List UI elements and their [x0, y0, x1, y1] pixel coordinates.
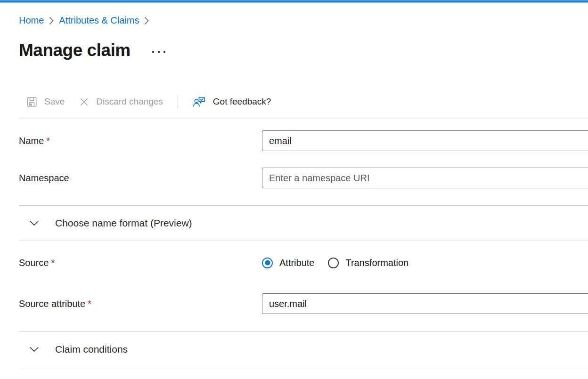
breadcrumb: Home Attributes & Claims [0, 3, 588, 26]
more-options-icon[interactable] [152, 48, 165, 53]
divider [19, 241, 588, 241]
discard-changes-label: Discard changes [96, 97, 163, 107]
name-label: Name* [19, 136, 262, 146]
radio-transformation-label: Transformation [345, 258, 408, 268]
section-claim-conditions-label: Claim conditions [55, 344, 128, 355]
required-asterisk: * [88, 298, 91, 309]
toolbar-separator [178, 95, 178, 108]
save-icon [27, 97, 37, 107]
save-button[interactable]: Save [23, 92, 69, 111]
got-feedback-label: Got feedback? [213, 97, 271, 107]
source-label: Source* [19, 258, 262, 268]
section-claim-conditions[interactable]: Claim conditions [0, 332, 588, 367]
name-field-row: Name* [0, 130, 588, 151]
page-title: Manage claim [19, 40, 131, 60]
namespace-input[interactable] [262, 168, 588, 188]
dismiss-icon [80, 97, 89, 106]
divider [19, 119, 588, 119]
chevron-down-icon [29, 220, 39, 226]
chevron-right-icon [49, 16, 54, 25]
chevron-down-icon [29, 347, 39, 352]
section-choose-name-format-label: Choose name format (Preview) [55, 218, 192, 229]
divider [19, 367, 588, 367]
radio-option-attribute[interactable]: Attribute [262, 258, 314, 268]
breadcrumb-link-home[interactable]: Home [19, 14, 44, 26]
radio-unselected-icon [328, 258, 339, 268]
chevron-right-icon [144, 16, 149, 25]
command-bar: Save Discard changes Got feedback? [23, 92, 588, 111]
namespace-label: Namespace [19, 173, 262, 184]
save-button-label: Save [44, 97, 65, 107]
required-asterisk: * [46, 136, 50, 146]
source-attribute-label: Source attribute* [19, 298, 262, 309]
section-choose-name-format[interactable]: Choose name format (Preview) [0, 206, 588, 241]
breadcrumb-link-attributes-claims[interactable]: Attributes & Claims [59, 14, 139, 26]
got-feedback-button[interactable]: Got feedback? [188, 92, 276, 111]
radio-selected-icon [262, 258, 273, 268]
source-field-row: Source* Attribute Transformation [0, 252, 588, 273]
page-header: Manage claim [19, 40, 588, 61]
discard-changes-button[interactable]: Discard changes [75, 92, 167, 111]
person-feedback-icon [193, 96, 205, 108]
source-attribute-field-row: Source attribute* [0, 293, 588, 314]
required-asterisk: * [51, 258, 55, 268]
radio-option-transformation[interactable]: Transformation [328, 258, 408, 268]
radio-attribute-label: Attribute [279, 258, 314, 268]
source-attribute-input[interactable] [262, 293, 588, 314]
name-input[interactable] [262, 130, 588, 151]
source-radio-group: Attribute Transformation [262, 258, 588, 268]
namespace-field-row: Namespace [0, 168, 588, 188]
